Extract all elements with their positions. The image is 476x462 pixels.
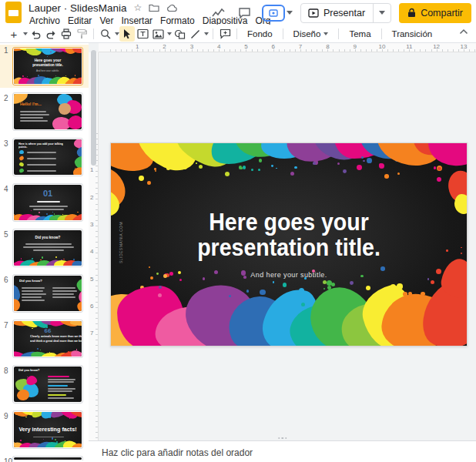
thumb-text-line (48, 394, 66, 396)
slide-thumbnail[interactable]: 66Clearly, animals know more than we thi… (12, 320, 83, 358)
thumbnail-number: 8 (4, 367, 8, 375)
paint-splat (18, 162, 25, 167)
thumb-text-line (27, 164, 56, 166)
transition-button[interactable]: Transición (386, 26, 439, 42)
slide-thumbnail[interactable]: Did you know? (12, 229, 83, 267)
paint-splat (76, 300, 82, 311)
present-main[interactable]: Presentar (301, 4, 373, 22)
paint-droplet (78, 52, 79, 52)
scrollbar-thumb[interactable] (91, 50, 96, 166)
paint-droplet (27, 377, 28, 377)
theme-button[interactable]: Tema (343, 26, 377, 42)
slide-thumbnail[interactable]: Here goes yourpresentation title.And her… (12, 47, 83, 85)
menu-item-archivo[interactable]: Archivo (25, 15, 64, 25)
notes-drag-handle[interactable] (278, 437, 287, 440)
present-button[interactable]: Presentar (300, 3, 391, 23)
thumb-text-line (52, 290, 77, 292)
thumbnail-number: 10 (4, 457, 12, 462)
paint-droplet (379, 163, 384, 169)
paint-droplet (327, 286, 331, 290)
slide-subtitle[interactable]: And here your subtitle. (111, 271, 467, 279)
paint-droplet (55, 439, 56, 440)
star-icon[interactable]: ☆ (134, 3, 142, 12)
new-slide-button[interactable]: + (6, 26, 22, 42)
insert-image-button[interactable] (150, 26, 166, 42)
thumb-text: Clearly, animals know more than we think… (30, 335, 65, 338)
background-button[interactable]: Fondo (241, 26, 279, 42)
slideshow-button[interactable] (262, 5, 293, 22)
paint-droplet (15, 413, 17, 415)
menu-item-formato[interactable]: Formato (156, 15, 199, 25)
photo-dog (59, 103, 71, 115)
paint-droplet (337, 162, 340, 165)
slide-thumbnail[interactable]: Here is where you add your talking point… (12, 138, 83, 176)
paint-droplet (290, 172, 294, 176)
menu-item-insertar[interactable]: Insertar (117, 15, 156, 25)
print-button[interactable] (59, 26, 74, 42)
paint-droplet (357, 165, 362, 170)
thumb-text-line (20, 114, 49, 116)
select-tool-button[interactable] (119, 26, 135, 42)
undo-button[interactable] (28, 26, 43, 42)
thumb-text: 01 (14, 189, 82, 198)
thumb-text-line (48, 381, 74, 383)
thumb-text-line (27, 152, 56, 153)
paint-droplet (155, 170, 156, 172)
line-tool-button[interactable] (187, 26, 203, 42)
slides-logo[interactable] (5, 2, 22, 23)
move-folder-icon[interactable] (149, 3, 159, 12)
divider (381, 28, 382, 39)
activity-icon[interactable] (210, 4, 228, 22)
thumb-text: And here your subtitle. (31, 69, 65, 72)
share-button[interactable]: Compartir (399, 3, 471, 23)
paint-droplet (147, 181, 151, 185)
collapse-toolbar-icon[interactable] (459, 28, 468, 35)
comments-icon[interactable] (236, 4, 254, 22)
paint-droplet (408, 292, 411, 295)
paint-droplet (40, 350, 41, 350)
paint-format-button[interactable] (74, 26, 89, 42)
add-comment-button[interactable] (217, 26, 233, 42)
thumb-text-line (33, 209, 64, 210)
thumb-text-line (27, 158, 56, 159)
slide-thumbnail[interactable]: 01 (12, 183, 83, 222)
paint-droplet (343, 169, 347, 173)
paint-droplet (79, 325, 79, 326)
document-title[interactable]: Lauper · SlidesMania (28, 2, 127, 14)
paint-droplet (183, 164, 187, 169)
horizontal-ruler: 12345678910111213 (99, 43, 476, 52)
slide-editor[interactable]: Here goes your presentation title. And h… (110, 142, 468, 346)
menu-item-ver[interactable]: Ver (96, 15, 117, 25)
cloud-status-icon[interactable] (166, 4, 177, 12)
header-actions: Presentar Compartir (210, 2, 471, 23)
slide-title[interactable]: Here goes your presentation title. (125, 209, 452, 261)
slide-thumbnail[interactable]: Very interesting facts! (12, 410, 83, 449)
present-icon (308, 8, 319, 18)
paint-droplet (451, 187, 453, 189)
paint-droplet (313, 162, 316, 165)
thumb-text-line (20, 111, 46, 112)
paint-droplet (225, 172, 230, 176)
shape-button[interactable] (172, 26, 187, 42)
thumbnail-number: 3 (4, 139, 8, 148)
slide-thumbnail[interactable]: Did you know? (12, 274, 83, 313)
paint-droplet (39, 212, 40, 213)
layout-button[interactable]: Diseño (287, 26, 335, 42)
redo-button[interactable] (43, 26, 59, 42)
thumb-text: 66 (14, 327, 82, 334)
zoom-button[interactable] (98, 26, 113, 42)
slide-thumbnail[interactable] (12, 456, 83, 460)
thumb-text-line (37, 201, 60, 203)
paint-droplet (437, 177, 441, 182)
lock-icon (407, 8, 416, 18)
notes-placeholder[interactable]: Haz clic para añadir notas del orador (102, 447, 253, 458)
text-box-button[interactable] (135, 26, 150, 42)
slide-thumbnail[interactable]: Hello! I'm... (12, 92, 83, 131)
line-dropdown-icon[interactable] (204, 32, 209, 35)
present-dropdown[interactable] (373, 4, 391, 22)
slide-thumbnail-row-9: 9Very interesting facts! (0, 410, 89, 449)
slide-thumbnail[interactable]: Did you know? (12, 365, 83, 403)
menu-item-editar[interactable]: Editar (64, 15, 96, 25)
paint-droplet (49, 417, 51, 418)
chevron-down-icon (379, 11, 385, 15)
